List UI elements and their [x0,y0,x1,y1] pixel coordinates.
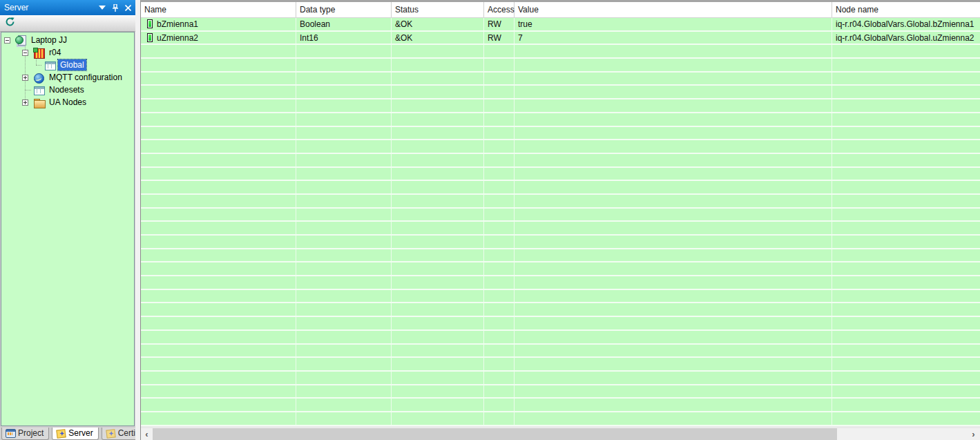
cell-empty [392,317,484,329]
cell-empty [832,262,980,275]
tree-item-nodesets[interactable]: Nodesets [1,84,134,96]
cell-status[interactable]: &OK [392,18,484,30]
scrollbar-thumb[interactable] [153,428,837,440]
panel-titlebar[interactable]: Server [0,0,135,15]
chevron-down-icon[interactable] [99,6,106,10]
scrollbar-track[interactable] [153,428,967,440]
cell-empty [141,290,296,303]
plc-device-icon [33,48,45,58]
tree-item-ua-nodes[interactable]: UA Nodes [1,96,134,108]
cell-empty [484,209,515,221]
tree-item-mqtt-configuration[interactable]: MQTT configuration [1,71,134,84]
refresh-icon[interactable] [5,17,15,30]
table-row-empty [141,236,980,249]
tab-label: Project [18,428,44,438]
cell-data_type[interactable]: Boolean [296,18,392,30]
cell-empty [484,290,515,303]
tab-project[interactable]: Project [1,428,49,440]
pin-icon[interactable] [112,4,119,12]
cell-empty [392,345,484,357]
cell-empty [515,222,832,234]
cell-empty [515,168,832,180]
column-header-data-type[interactable]: Data type [296,2,392,17]
table-row-empty [141,113,980,127]
cell-empty [141,276,296,289]
column-header-access[interactable]: Access [484,2,515,17]
cell-empty [484,331,515,343]
table-row-empty [141,399,980,412]
panel-splitter[interactable] [135,0,140,440]
cell-empty [484,168,515,180]
cell-empty [392,209,484,221]
cell-text: uZmienna2 [157,33,198,43]
column-header-name[interactable]: Name [141,2,296,17]
table-icon [33,85,45,95]
cell-empty [296,345,392,357]
table-row[interactable]: uZmienna2Int16&OKRW7iq-r.r04.GlobalVars.… [141,32,980,46]
cell-empty [296,181,392,193]
expand-plus-icon[interactable] [22,99,28,106]
cell-empty [832,113,980,126]
cell-data_type[interactable]: Int16 [296,32,392,44]
cell-empty [296,195,392,207]
variable-status-icon [147,33,153,42]
table-row-empty [141,45,980,59]
cell-empty [832,358,980,370]
cell-empty [832,331,980,343]
column-header-node-name[interactable]: Node name [832,2,980,17]
cell-empty [392,59,484,71]
close-icon[interactable] [125,5,131,11]
table-row[interactable]: bZmienna1Boolean&OKRWtrueiq-r.r04.Global… [141,18,980,32]
tree-item-laptop-jj[interactable]: Laptop JJ [1,34,134,46]
cell-empty [392,195,484,207]
cell-empty [296,249,392,262]
cell-empty [484,86,515,98]
cell-node_name[interactable]: iq-r.r04.GlobalVars.Global.bZmienna1 [832,18,980,30]
cell-empty [515,372,832,384]
cell-empty [515,86,832,98]
cell-name[interactable]: uZmienna2 [141,32,296,44]
server-dock-panel: Server [0,0,135,440]
cell-empty [141,99,296,112]
cell-empty [832,181,980,193]
scroll-right-button[interactable]: › [967,428,980,440]
cell-access[interactable]: RW [484,18,515,30]
cell-name[interactable]: bZmienna1 [141,18,296,30]
horizontal-scrollbar[interactable]: ‹ › [141,428,980,440]
cell-empty [296,399,392,411]
cell-empty [484,262,515,275]
cell-empty [484,99,515,112]
cell-empty [392,127,484,140]
table-row-empty [141,73,980,86]
table-row-empty [141,385,980,399]
cell-empty [141,345,296,357]
tree-item-global[interactable]: Global [1,59,134,71]
cell-status[interactable]: &OK [392,32,484,44]
cell-empty [392,140,484,153]
grid-header-row: NameData typeStatusAccessValueNode name [141,2,980,18]
cell-empty [392,45,484,57]
collapse-minus-icon[interactable] [22,50,28,56]
cell-empty [832,73,980,85]
tree-item-r04[interactable]: r04 [1,46,134,59]
cell-access[interactable]: RW [484,32,515,44]
cell-empty [484,412,515,425]
column-header-value[interactable]: Value [515,2,832,17]
cell-value[interactable]: true [515,18,832,30]
cell-empty [141,113,296,126]
cell-empty [515,195,832,207]
cell-value[interactable]: 7 [515,32,832,44]
column-header-status[interactable]: Status [392,2,484,17]
tree-item-label: r04 [47,47,63,58]
expand-plus-icon[interactable] [22,75,28,81]
scroll-left-button[interactable]: ‹ [141,428,153,440]
tab-server[interactable]: Server [52,428,98,440]
collapse-minus-icon[interactable] [4,37,10,44]
cell-empty [484,249,515,262]
cell-node_name[interactable]: iq-r.r04.GlobalVars.Global.uZmienna2 [832,32,980,44]
table-row-empty [141,154,980,168]
cell-empty [141,331,296,343]
cell-empty [484,45,515,57]
tree-item-label: Nodesets [47,84,86,95]
cell-empty [832,140,980,153]
